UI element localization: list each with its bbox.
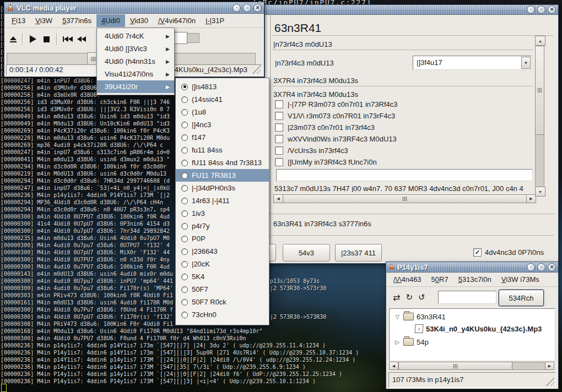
- scroll-down-icon[interactable]: ▼: [535, 187, 545, 197]
- scrollbar-thumb[interactable]: [283, 194, 527, 203]
- scroll-right-icon[interactable]: ▶: [545, 362, 554, 370]
- menubar-item-5377in6s[interactable]: 5377in6s: [57, 14, 96, 27]
- checkbox-row[interactable]: |23m073 c0n7r01 in73rf4c3: [275, 122, 397, 133]
- menu-item[interactable]: Visu41i247i0ns▶: [97, 68, 174, 80]
- playlist-menu-item-vi3wi73ms[interactable]: Vi3W i73Ms: [496, 273, 544, 286]
- equalizer-preset-item[interactable]: fU11 84ss 4nd 7r3813: [176, 156, 269, 169]
- equalizer-preset-item[interactable]: P0P: [176, 232, 269, 245]
- equalizer-preset-item[interactable]: (1u8: [176, 106, 269, 118]
- advanced-options-checkbox[interactable]: ✓: [473, 248, 482, 257]
- equalizer-preset-item[interactable]: |20cK: [176, 258, 269, 270]
- tree-row-current-item[interactable]: ♪ 53K4i_n0_y4KUs0ku_{42s3c}.Mp3: [415, 323, 542, 334]
- close-button[interactable]: ✕: [548, 263, 556, 271]
- close-button[interactable]: ✕: [253, 4, 262, 12]
- previous-button[interactable]: [61, 36, 75, 42]
- maximize-button[interactable]: ○: [243, 4, 251, 12]
- resize-grip[interactable]: [545, 377, 554, 386]
- tree-row-sap[interactable]: ▷ 54p: [394, 336, 429, 347]
- equalizer-preset-item[interactable]: 50F7: [176, 283, 269, 296]
- checkbox-row[interactable]: V1/\/\ r3m073 c0n7R01 in73rF4c3: [275, 110, 397, 122]
- checkbox-row[interactable]: /VcUrs3s in73rf4c3: [275, 145, 397, 156]
- equalizer-preset-item[interactable]: |236643: [176, 245, 269, 258]
- equalizer-preset-item[interactable]: p4r7y: [176, 220, 269, 232]
- equalizer-preset-item[interactable]: 50F7 R0ck: [176, 296, 269, 308]
- terminal-line: [00000049] m4in m0du13 d38u6: Usin6 id3 …: [1, 113, 170, 120]
- scroll-left-icon[interactable]: ◀: [389, 362, 398, 370]
- equalizer-preset-item[interactable]: (14ssic41: [176, 93, 269, 106]
- eject-button[interactable]: [8, 36, 19, 42]
- play-button[interactable]: [26, 35, 40, 43]
- reset-all-button[interactable]: |23s37 411: [335, 244, 382, 262]
- equalizer-preset-item[interactable]: 1iv3: [176, 207, 269, 220]
- maximize-button[interactable]: ○: [537, 6, 545, 14]
- expander-open-icon[interactable]: ▽: [394, 314, 401, 320]
- extra-interfaces-input[interactable]: [276, 169, 533, 181]
- checkbox-icon[interactable]: [275, 158, 283, 166]
- equalizer-preset-item[interactable]: |-|34dPH0n3s: [176, 182, 269, 194]
- menu-item[interactable]: 4Udi0 7r4cK▶: [97, 30, 174, 42]
- checkbox-icon[interactable]: [275, 112, 283, 120]
- submenu-arrow-icon: ▶: [166, 59, 170, 64]
- maximize-button[interactable]: ○: [537, 263, 545, 271]
- equalizer-preset-item[interactable]: 5K4: [176, 270, 269, 283]
- minimize-button[interactable]: ·: [527, 263, 535, 271]
- menu-item[interactable]: 4Udi0 (h4nn31s▶: [97, 55, 174, 68]
- playlist-menu-item-50r7[interactable]: 50R7: [426, 273, 453, 286]
- menubar-item-vid30[interactable]: Vid30: [125, 14, 153, 27]
- equalizer-preset-item[interactable]: FU11 7R3813: [176, 169, 269, 182]
- playlist-hscrollbar[interactable]: ◀ ▶: [389, 362, 554, 370]
- menubar-item-vi3w[interactable]: Vi3W: [30, 14, 57, 27]
- checkbox-icon[interactable]: [275, 135, 283, 143]
- loop-icon[interactable]: ↻: [406, 292, 413, 302]
- playlist-menu-item-4n463[interactable]: /\/\4n463: [388, 273, 426, 286]
- search-button[interactable]: 534Rch: [499, 290, 544, 306]
- minimize-button[interactable]: ·: [233, 4, 241, 12]
- rewind-button[interactable]: [75, 36, 88, 42]
- equalizer-preset-item[interactable]: 73cHn0: [176, 308, 269, 321]
- stop-button[interactable]: [40, 36, 53, 42]
- menubar-item-fi13[interactable]: Fi13: [7, 14, 30, 27]
- terminal-line: [00000294] MP36_4Udi0 d3c0d0R d38U6: /\/…: [1, 199, 163, 206]
- checkbox-icon[interactable]: [275, 100, 283, 108]
- equalizer-preset-item[interactable]: fu11 84ss: [176, 144, 269, 156]
- checkbox-icon[interactable]: [275, 146, 283, 155]
- vlc-titlebar[interactable]: VLC media player · ○ ✕: [4, 2, 264, 14]
- menubar-item-31p[interactable]: |-|31P: [201, 14, 229, 27]
- resize-grip[interactable]: [252, 65, 261, 74]
- equalizer-preset-item[interactable]: f147: [176, 131, 269, 144]
- scrollbar-thumb[interactable]: [535, 46, 544, 135]
- playlist-search-input[interactable]: [438, 291, 496, 304]
- scrollbar-thumb[interactable]: [398, 362, 512, 370]
- expander-closed-icon[interactable]: ▷: [394, 339, 401, 345]
- save-button[interactable]: 54v3: [283, 244, 330, 262]
- terminal-line-fragment: p13s/1053 8y73s: [270, 277, 320, 285]
- chevron-down-icon[interactable]: ▾: [521, 57, 531, 69]
- preferences-titlebar[interactable]: · ○ ✕: [265, 5, 558, 15]
- minimize-button[interactable]: ·: [527, 6, 535, 14]
- prefs-footer-label: 63n3R41 in73Rf4c3 s3777in6s: [273, 220, 371, 228]
- equalizer-preset-item[interactable]: |]4nc3: [176, 118, 269, 131]
- equalizer-preset-item[interactable]: |]is4813: [176, 80, 269, 93]
- repeat-icon[interactable]: ↺: [418, 292, 425, 302]
- menubar-item-v4vi647i0n[interactable]: /V4vi647i0n: [153, 14, 201, 27]
- prefs-hscrollbar[interactable]: ◀ ▶: [273, 194, 536, 203]
- prefs-vscrollbar[interactable]: ▲ ▼: [535, 36, 545, 197]
- scroll-up-icon[interactable]: ▲: [535, 36, 545, 46]
- checkbox-row[interactable]: |]UmMy in73Rf4c3 fUnc7i0n: [275, 156, 397, 168]
- checkbox-row[interactable]: wXVVind0Ws in73RF4c3 M0dU13: [275, 133, 397, 145]
- tree-row-general[interactable]: ▽ 63n3R41: [394, 311, 446, 322]
- menu-item[interactable]: 4Udi0 |]3Vic3▶: [97, 42, 174, 55]
- playlist-titlebar[interactable]: P14y1is7 · ○ ✕: [386, 262, 558, 273]
- checkbox-icon[interactable]: [275, 123, 283, 132]
- menu-item[interactable]: 39U41i20r▶: [97, 80, 174, 93]
- close-button[interactable]: ✕: [548, 6, 556, 14]
- menubar-item-4udi0[interactable]: 4Udi0: [96, 14, 125, 27]
- shuffle-icon[interactable]: ⇄: [393, 292, 400, 303]
- scroll-left-icon[interactable]: ◀: [273, 194, 283, 203]
- playlist-menu-item-5313c7i0n[interactable]: 5313c7i0n: [453, 273, 496, 286]
- checkbox-row[interactable]: |-|77P R3m073 c0n7r01 in73Rf4c3: [275, 99, 397, 110]
- interface-module-combo[interactable]: |]3f4u17 ▾: [413, 56, 532, 70]
- radio-icon: [181, 236, 188, 242]
- terminal-line-fragment: |2 573R30->573r30: [270, 285, 326, 292]
- equalizer-preset-item[interactable]: 14r63 |-|411: [176, 194, 269, 207]
